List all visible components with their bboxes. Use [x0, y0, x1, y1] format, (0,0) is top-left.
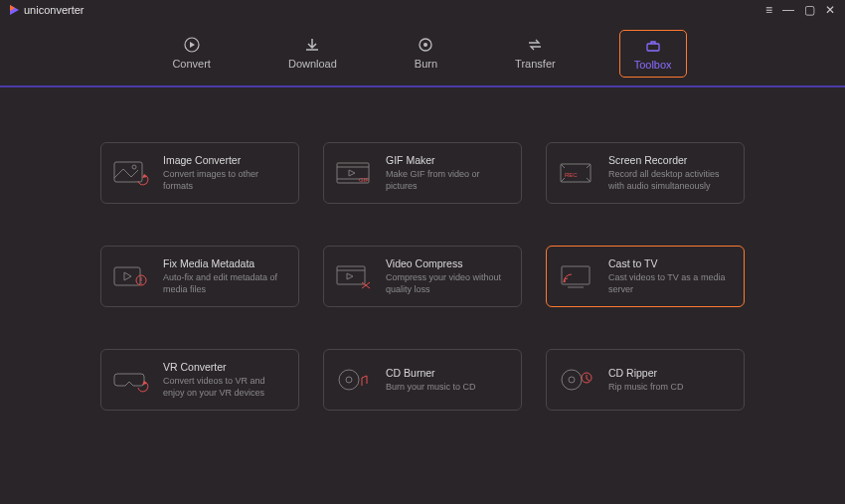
- svg-marker-11: [349, 170, 355, 176]
- svg-rect-23: [562, 266, 590, 284]
- svg-rect-4: [647, 44, 659, 51]
- card-desc: Auto-fix and edit metadata of media file…: [163, 272, 288, 295]
- nav-label: Download: [288, 58, 337, 70]
- nav-label: Burn: [415, 58, 437, 70]
- tool-image-converter[interactable]: Image Converter Convert images to other …: [100, 142, 299, 204]
- svg-marker-22: [347, 273, 353, 279]
- svg-text:REC: REC: [565, 172, 578, 178]
- tool-fix-media-metadata[interactable]: Fix Media Metadata Auto-fix and edit met…: [100, 246, 299, 307]
- card-title: Screen Recorder: [608, 154, 734, 166]
- card-title: CD Ripper: [608, 367, 684, 379]
- cd-ripper-icon: [557, 366, 596, 394]
- logo-area: uniconverter: [10, 4, 84, 16]
- nav-transfer[interactable]: Transfer: [501, 30, 570, 78]
- close-button[interactable]: ✕: [825, 3, 835, 17]
- card-desc: Burn your music to CD: [386, 382, 476, 393]
- card-desc: Compress your video without quality loss: [386, 272, 511, 295]
- toolbox-icon: [644, 37, 662, 55]
- card-desc: Convert images to other formats: [163, 169, 288, 192]
- screen-recorder-icon: REC: [557, 159, 596, 187]
- maximize-button[interactable]: ▢: [804, 3, 815, 17]
- nav-label: Toolbox: [634, 59, 672, 71]
- svg-point-3: [423, 43, 427, 47]
- nav-convert[interactable]: Convert: [158, 30, 225, 78]
- card-title: CD Burner: [386, 367, 476, 379]
- video-compress-icon: [334, 262, 374, 290]
- card-title: Fix Media Metadata: [163, 257, 288, 269]
- svg-point-19: [140, 282, 141, 283]
- main-nav: Convert Download Burn Transfer Toolbox: [0, 20, 845, 87]
- window-controls: ≡ — ▢ ✕: [765, 3, 835, 17]
- card-title: Image Converter: [163, 154, 288, 166]
- download-icon: [303, 36, 321, 54]
- svg-text:GIF: GIF: [359, 177, 369, 183]
- nav-toolbox[interactable]: Toolbox: [619, 30, 687, 78]
- gif-maker-icon: GIF: [334, 159, 374, 187]
- card-desc: Make GIF from video or pictures: [386, 169, 511, 192]
- app-logo-icon: [10, 5, 19, 15]
- tool-vr-converter[interactable]: VR Converter Convert videos to VR and en…: [100, 349, 299, 411]
- tool-cd-ripper[interactable]: CD Ripper Rip music from CD: [546, 349, 745, 411]
- svg-point-30: [569, 377, 575, 383]
- cast-to-tv-icon: [557, 262, 596, 290]
- svg-rect-5: [114, 162, 142, 182]
- titlebar: uniconverter ≡ — ▢ ✕: [0, 0, 845, 20]
- vr-converter-icon: [111, 366, 151, 394]
- svg-point-29: [562, 370, 582, 390]
- card-title: VR Converter: [163, 361, 288, 373]
- nav-label: Convert: [172, 58, 211, 70]
- transfer-icon: [526, 36, 544, 54]
- card-desc: Convert videos to VR and enjoy on your V…: [163, 376, 288, 399]
- cd-burner-icon: [334, 366, 374, 394]
- app-name: uniconverter: [24, 4, 84, 16]
- nav-label: Transfer: [515, 58, 556, 70]
- svg-point-28: [346, 377, 352, 383]
- svg-marker-1: [190, 42, 195, 48]
- nav-download[interactable]: Download: [274, 30, 351, 78]
- tool-gif-maker[interactable]: GIF GIF Maker Make GIF from video or pic…: [323, 142, 522, 204]
- svg-point-25: [564, 280, 566, 282]
- svg-point-27: [339, 370, 359, 390]
- burn-icon: [417, 36, 434, 54]
- card-desc: Rip music from CD: [608, 382, 684, 393]
- image-converter-icon: [111, 159, 151, 187]
- card-desc: Record all desktop activities with audio…: [608, 169, 734, 192]
- nav-burn[interactable]: Burn: [401, 30, 451, 78]
- convert-icon: [183, 36, 201, 54]
- tool-cd-burner[interactable]: CD Burner Burn your music to CD: [323, 349, 522, 411]
- tool-cast-to-tv[interactable]: Cast to TV Cast videos to TV as a media …: [546, 246, 745, 307]
- tool-video-compress[interactable]: Video Compress Compress your video witho…: [323, 246, 522, 307]
- fix-media-metadata-icon: [111, 262, 151, 290]
- menu-icon[interactable]: ≡: [765, 3, 772, 17]
- toolbox-grid: Image Converter Convert images to other …: [0, 142, 845, 411]
- minimize-button[interactable]: —: [782, 3, 794, 17]
- svg-point-6: [132, 165, 136, 169]
- card-title: GIF Maker: [386, 154, 511, 166]
- card-title: Video Compress: [386, 257, 511, 269]
- tool-screen-recorder[interactable]: REC Screen Recorder Record all desktop a…: [546, 142, 745, 204]
- card-title: Cast to TV: [608, 257, 734, 269]
- card-desc: Cast videos to TV as a media server: [608, 272, 734, 295]
- svg-marker-16: [124, 272, 131, 280]
